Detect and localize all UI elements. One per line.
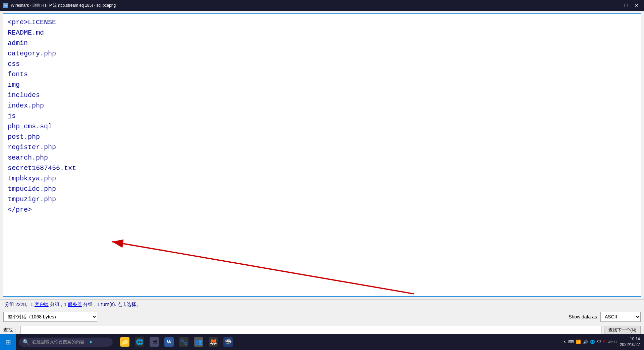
time-display: 10:14 bbox=[620, 336, 640, 342]
volume-icon: 🔊 bbox=[583, 340, 588, 344]
taskbar-app-wireshark[interactable]: 🦈 bbox=[221, 335, 235, 349]
taskbar-app-browser[interactable]: 🌐 bbox=[133, 335, 146, 349]
taskbar-app-paw[interactable]: 🐾 bbox=[177, 335, 191, 349]
taskbar-system-icons: ∧ ⌨ 📶 🔊 🌐 🛡 S Win11 bbox=[563, 340, 617, 344]
maximize-button[interactable]: □ bbox=[621, 2, 631, 9]
client-link[interactable]: 客户端 bbox=[35, 302, 49, 307]
taskbar-search-text: 在这里输入你要搜索的内容 bbox=[32, 339, 85, 345]
sina-icon: S bbox=[603, 340, 606, 344]
ascii-select[interactable]: ASCII bbox=[600, 312, 641, 322]
taskbar-app-file-explorer[interactable]: 📁 bbox=[118, 335, 131, 349]
conversation-select[interactable]: 整个对话（1068 bytes） bbox=[3, 312, 97, 322]
show-data-label: Show data as bbox=[569, 314, 597, 319]
content-panel: <pre>LICENSE README.md admin category.ph… bbox=[3, 13, 641, 297]
taskbar-apps: 📁 🌐 🖥 W 🐾 👥 🦊 🦈 bbox=[118, 335, 235, 349]
main-window: <pre>LICENSE README.md admin category.ph… bbox=[0, 11, 644, 350]
start-button[interactable]: ⊞ bbox=[0, 334, 16, 350]
find-next-button[interactable]: 查找下一个(N) bbox=[604, 326, 641, 335]
controls-row: 整个对话（1068 bytes） Show data as ASCII bbox=[0, 310, 644, 324]
window-title: Wireshark · 追踪 HTTP 流 (tcp.stream eq 185… bbox=[11, 3, 116, 8]
wifi-icon: 📶 bbox=[576, 340, 581, 344]
close-window-button[interactable]: ✕ bbox=[632, 2, 641, 9]
server-link[interactable]: 服务器 bbox=[68, 302, 82, 307]
shield-icon: 🛡 bbox=[597, 340, 601, 344]
taskbar-clock[interactable]: 10:14 2022/10/27 bbox=[620, 336, 640, 348]
network-icon: 🌐 bbox=[590, 340, 595, 344]
title-bar: 🦈 Wireshark · 追踪 HTTP 流 (tcp.stream eq 1… bbox=[0, 0, 644, 11]
title-bar-left: 🦈 Wireshark · 追踪 HTTP 流 (tcp.stream eq 1… bbox=[3, 3, 116, 8]
status-bar: 分组 2228。1 客户端 分组，1 服务器 分组，1 turn(s). 点击选… bbox=[0, 299, 644, 310]
taskbar-app-firefox[interactable]: 🦊 bbox=[207, 335, 220, 349]
date-display: 2022/10/27 bbox=[620, 342, 640, 348]
chevron-up-icon[interactable]: ∧ bbox=[563, 340, 566, 344]
taskbar-app-terminal[interactable]: 🖥 bbox=[148, 335, 161, 349]
search-input[interactable] bbox=[20, 326, 601, 335]
http-stream-content[interactable]: <pre>LICENSE README.md admin category.ph… bbox=[3, 14, 641, 296]
minimize-button[interactable]: — bbox=[610, 2, 620, 9]
wireshark-icon: 🦈 bbox=[3, 3, 8, 8]
taskbar-search[interactable]: 🔍 在这里输入你要搜索的内容 ✦ bbox=[19, 338, 113, 347]
taskbar: ⊞ 🔍 在这里输入你要搜索的内容 ✦ 📁 🌐 🖥 W 🐾 👥 🦊 🦈 bbox=[0, 334, 644, 350]
keyboard-icon: ⌨ bbox=[568, 340, 574, 344]
search-label: 查找： bbox=[3, 327, 17, 333]
taskbar-app-word[interactable]: W bbox=[162, 335, 176, 349]
taskbar-right: ∧ ⌨ 📶 🔊 🌐 🛡 S Win11 10:14 2022/10/27 bbox=[563, 336, 644, 348]
window-controls: — □ ✕ bbox=[610, 2, 641, 9]
system-label: Win11 bbox=[608, 340, 617, 344]
taskbar-app-people[interactable]: 👥 bbox=[192, 335, 205, 349]
